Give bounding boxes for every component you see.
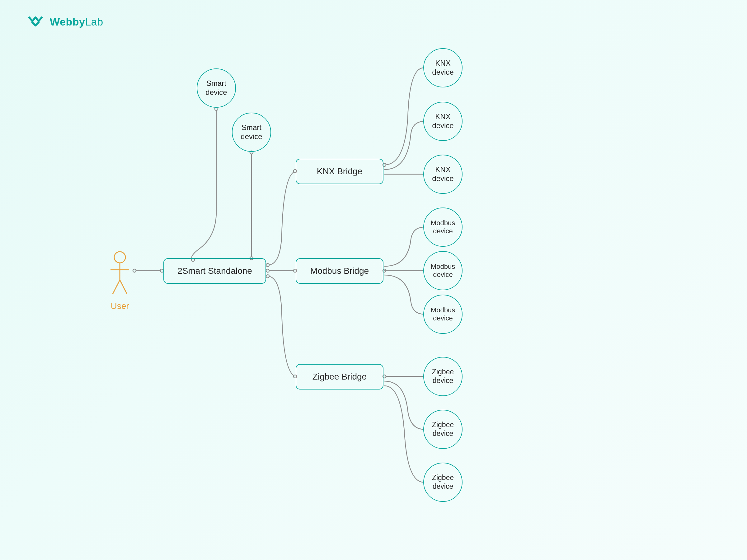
user-icon xyxy=(106,250,134,297)
device-node-modbus: Modbus device xyxy=(423,295,463,334)
smart-device-node: Smart device xyxy=(232,113,271,152)
diagram-stage: User 2Smart Standalone Smart device Smar… xyxy=(0,0,747,560)
bridge-label: Modbus Bridge xyxy=(310,266,369,276)
svg-line-23 xyxy=(113,280,120,294)
device-node-modbus: Modbus device xyxy=(423,251,463,290)
device-label: Zigbee device xyxy=(430,474,456,490)
main-node-label: 2Smart Standalone xyxy=(177,266,252,276)
device-node-knx: KNX device xyxy=(423,102,463,141)
device-node-knx: KNX device xyxy=(423,155,463,194)
svg-line-24 xyxy=(120,280,127,294)
bridge-node-zigbee: Zigbee Bridge xyxy=(296,364,383,390)
device-node-zigbee: Zigbee device xyxy=(423,410,463,449)
device-label: Zigbee device xyxy=(430,421,456,438)
device-node-zigbee: Zigbee device xyxy=(423,357,463,396)
device-node-modbus: Modbus device xyxy=(423,208,463,247)
smart-device-node: Smart device xyxy=(197,69,236,108)
bridge-label: Zigbee Bridge xyxy=(312,372,367,382)
bridge-node-modbus: Modbus Bridge xyxy=(296,258,383,284)
device-label: Zigbee device xyxy=(430,368,456,385)
svg-point-10 xyxy=(266,269,269,272)
device-label: Modbus device xyxy=(428,306,458,323)
svg-point-7 xyxy=(266,264,269,267)
device-label: KNX device xyxy=(429,165,457,183)
bridge-node-knx: KNX Bridge xyxy=(296,159,383,184)
device-label: Modbus device xyxy=(428,263,458,279)
user-label: User xyxy=(109,301,131,311)
svg-point-20 xyxy=(114,252,125,263)
device-node-knx: KNX device xyxy=(423,48,463,87)
device-label: KNX device xyxy=(429,59,457,77)
svg-point-2 xyxy=(160,269,163,272)
device-label: Modbus device xyxy=(428,219,458,236)
smart-device-label: Smart device xyxy=(202,79,230,97)
svg-point-3 xyxy=(215,107,218,110)
device-label: KNX device xyxy=(429,112,457,130)
bridge-label: KNX Bridge xyxy=(317,166,362,177)
smart-device-label: Smart device xyxy=(237,123,265,141)
device-node-zigbee: Zigbee device xyxy=(423,463,463,502)
svg-point-12 xyxy=(266,275,269,278)
main-node: 2Smart Standalone xyxy=(163,258,266,284)
